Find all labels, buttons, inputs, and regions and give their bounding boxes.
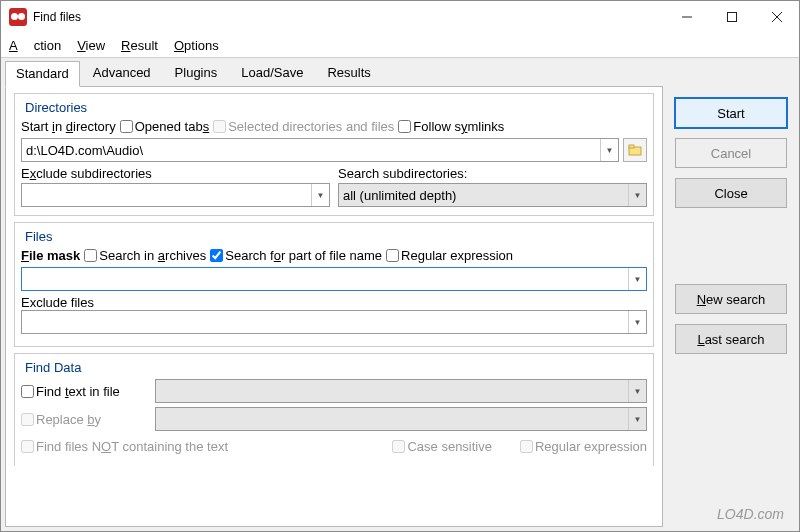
menu-options[interactable]: Options [174, 38, 219, 53]
menu-result[interactable]: Result [121, 38, 158, 53]
search-subdirs-label: Search subdirectories: [338, 166, 647, 181]
file-mask-input[interactable] [22, 268, 628, 290]
content-area: Standard Advanced Plugins Load/Save Resu… [1, 57, 799, 531]
selected-dirs-checkbox [213, 120, 226, 133]
svg-rect-5 [629, 145, 634, 148]
folder-icon [628, 144, 642, 156]
replace-by-input [156, 408, 628, 430]
new-search-button[interactable]: New search [675, 284, 787, 314]
find-text-checkbox[interactable] [21, 385, 34, 398]
minimize-button[interactable] [664, 2, 709, 32]
watermark: LO4D.com [717, 506, 784, 522]
not-containing-label: Find files NOT containing the text [36, 439, 228, 454]
exclude-files-combo[interactable]: ▼ [21, 310, 647, 334]
group-find-data-legend: Find Data [21, 360, 85, 375]
selected-dirs-label: Selected directories and files [228, 119, 394, 134]
replace-by-label: Replace by [36, 412, 101, 427]
search-archives-checkbox[interactable] [84, 249, 97, 262]
file-mask-label: File mask [21, 248, 80, 263]
window-title: Find files [33, 10, 81, 24]
chevron-down-icon[interactable]: ▼ [628, 311, 646, 333]
replace-by-combo: ▼ [155, 407, 647, 431]
files-regex-checkbox[interactable] [386, 249, 399, 262]
close-button[interactable] [754, 2, 799, 32]
replace-by-checkbox [21, 413, 34, 426]
chevron-down-icon[interactable]: ▼ [628, 268, 646, 290]
start-directory-input[interactable] [22, 139, 600, 161]
follow-symlinks-label: Follow symlinks [413, 119, 504, 134]
browse-directory-button[interactable] [623, 138, 647, 162]
not-containing-checkbox [21, 440, 34, 453]
tab-plugins[interactable]: Plugins [164, 60, 229, 86]
start-directory-combo[interactable]: ▼ [21, 138, 619, 162]
start-directory-label: Start in directory [21, 119, 116, 134]
chevron-down-icon[interactable]: ▼ [628, 184, 646, 206]
exclude-subdirs-combo[interactable]: ▼ [21, 183, 330, 207]
search-archives-label: Search in archives [99, 248, 206, 263]
menubar: Action View Result Options [1, 33, 799, 57]
group-files: Files File mask Search in archives Searc… [14, 222, 654, 347]
app-icon [9, 8, 27, 26]
exclude-files-label: Exclude files [21, 295, 94, 310]
start-button[interactable]: Start [675, 98, 787, 128]
chevron-down-icon[interactable]: ▼ [600, 139, 618, 161]
menu-view[interactable]: View [77, 38, 105, 53]
main-column: Standard Advanced Plugins Load/Save Resu… [1, 58, 667, 531]
exclude-files-input[interactable] [22, 311, 628, 333]
file-mask-combo[interactable]: ▼ [21, 267, 647, 291]
tab-advanced[interactable]: Advanced [82, 60, 162, 86]
follow-symlinks-checkbox[interactable] [398, 120, 411, 133]
chevron-down-icon: ▼ [628, 408, 646, 430]
cancel-button: Cancel [675, 138, 787, 168]
tab-results[interactable]: Results [316, 60, 381, 86]
tab-standard[interactable]: Standard [5, 61, 80, 87]
files-regex-label: Regular expression [401, 248, 513, 263]
finddata-regex-label: Regular expression [535, 439, 647, 454]
find-text-combo[interactable]: ▼ [155, 379, 647, 403]
close-button-side[interactable]: Close [675, 178, 787, 208]
search-subdirs-combo[interactable]: ▼ [338, 183, 647, 207]
opened-tabs-checkbox[interactable] [120, 120, 133, 133]
find-text-input [156, 380, 628, 402]
group-files-legend: Files [21, 229, 56, 244]
exclude-subdirs-input[interactable] [22, 184, 311, 206]
search-part-label: Search for part of file name [225, 248, 382, 263]
titlebar: Find files [1, 1, 799, 33]
tab-loadsave[interactable]: Load/Save [230, 60, 314, 86]
group-find-data: Find Data Find text in file ▼ Replace by… [14, 353, 654, 466]
chevron-down-icon[interactable]: ▼ [311, 184, 329, 206]
tab-panel-standard: Directories Start in directory Opened ta… [5, 86, 663, 527]
last-search-button[interactable]: Last search [675, 324, 787, 354]
case-sensitive-checkbox [392, 440, 405, 453]
app-window: Find files Action View Result Options St… [0, 0, 800, 532]
exclude-subdirs-label: Exclude subdirectories [21, 166, 330, 181]
svg-rect-1 [727, 13, 736, 22]
tabstrip: Standard Advanced Plugins Load/Save Resu… [1, 58, 667, 86]
finddata-regex-checkbox [520, 440, 533, 453]
search-subdirs-value[interactable] [339, 184, 628, 206]
group-directories: Directories Start in directory Opened ta… [14, 93, 654, 216]
find-text-label: Find text in file [36, 384, 120, 399]
menu-action[interactable]: Action [9, 38, 61, 53]
opened-tabs-label: Opened tabs [135, 119, 209, 134]
group-directories-legend: Directories [21, 100, 91, 115]
window-controls [664, 2, 799, 32]
side-column: Start Cancel Close New search Last searc… [667, 58, 799, 531]
maximize-button[interactable] [709, 2, 754, 32]
search-part-checkbox[interactable] [210, 249, 223, 262]
case-sensitive-label: Case sensitive [407, 439, 492, 454]
chevron-down-icon[interactable]: ▼ [628, 380, 646, 402]
